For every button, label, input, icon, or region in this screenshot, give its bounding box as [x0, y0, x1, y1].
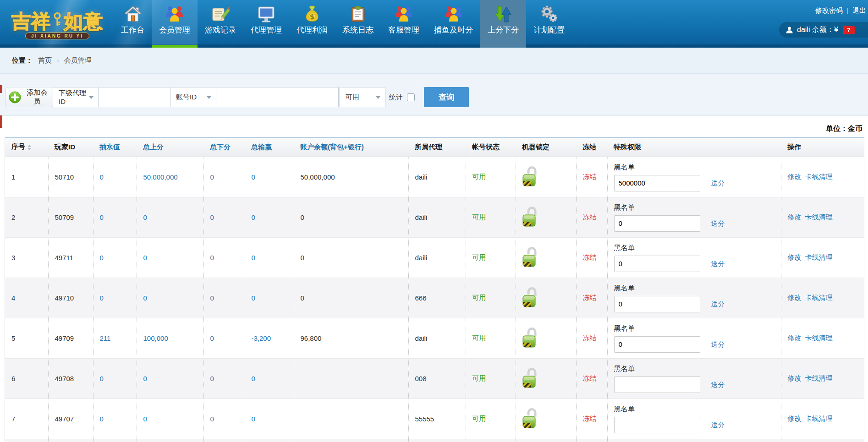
nav-item-member-management[interactable]: 会员管理	[152, 0, 198, 48]
edit-link[interactable]: 修改	[788, 374, 802, 382]
col-header-total-down: 总下分	[203, 138, 245, 157]
cell-player-id: 49710	[48, 278, 93, 318]
edit-link[interactable]: 修改	[788, 415, 802, 422]
edit-link[interactable]: 修改	[788, 253, 802, 261]
send-score-link[interactable]: 送分	[711, 421, 725, 430]
nav-item-plan-config[interactable]: 计划配置	[526, 0, 572, 48]
send-score-link[interactable]: 送分	[711, 381, 725, 389]
cell-total-winloss: 0	[245, 278, 294, 318]
unlock-icon[interactable]	[522, 166, 539, 187]
unlock-icon[interactable]	[522, 246, 539, 267]
freeze-link[interactable]: 冻结	[583, 253, 597, 261]
clear-line-link[interactable]: 卡线清理	[805, 294, 833, 301]
cell-agent: daili	[408, 157, 466, 197]
nav-item-score-updown[interactable]: 上分下分	[480, 0, 526, 48]
score-input[interactable]	[614, 175, 700, 191]
clear-line-link[interactable]: 卡线清理	[805, 374, 833, 382]
unlock-icon[interactable]	[522, 327, 539, 348]
edit-link[interactable]: 修改	[788, 173, 802, 180]
col-header-ops: 操作	[781, 138, 864, 157]
send-score-link[interactable]: 送分	[711, 260, 725, 268]
freeze-link[interactable]: 冻结	[583, 334, 597, 342]
clear-line-link[interactable]: 卡线清理	[805, 334, 833, 342]
blacklist-link[interactable]: 黑名单	[614, 203, 635, 212]
money-bag-icon	[303, 4, 321, 24]
nav-item-fishing-score[interactable]: 捕鱼及时分	[427, 0, 480, 48]
edit-link[interactable]: 修改	[788, 294, 802, 301]
nav-item-service-management[interactable]: 客服管理	[381, 0, 427, 48]
unlock-icon[interactable]	[522, 367, 539, 388]
score-input[interactable]	[614, 417, 700, 433]
blacklist-link[interactable]: 黑名单	[614, 163, 635, 172]
edit-link[interactable]: 修改	[788, 213, 802, 221]
nav-item-agent-profit[interactable]: 代理利润	[289, 0, 335, 48]
monitor-icon	[257, 4, 275, 24]
score-input[interactable]	[614, 296, 700, 312]
score-input[interactable]	[614, 215, 700, 232]
stats-checkbox[interactable]	[407, 93, 415, 101]
score-input[interactable]	[614, 377, 700, 393]
freeze-link[interactable]: 冻结	[583, 213, 597, 221]
account-id-dropdown[interactable]: 账号ID	[170, 87, 216, 107]
freeze-link[interactable]: 冻结	[583, 415, 597, 422]
clear-line-link[interactable]: 卡线清理	[805, 415, 833, 422]
cell-total-winloss: 0	[245, 197, 294, 238]
send-score-link[interactable]: 送分	[711, 340, 725, 349]
status-ok-text: 可用	[472, 173, 486, 180]
freeze-link[interactable]: 冻结	[583, 173, 597, 180]
agent-id-input[interactable]	[98, 87, 170, 107]
col-header-total-winloss: 总输赢	[245, 138, 294, 157]
score-input[interactable]	[614, 336, 700, 353]
cell-player-id: 49709	[48, 318, 93, 359]
send-score-link[interactable]: 送分	[711, 300, 725, 309]
send-score-link[interactable]: 送分	[711, 179, 725, 188]
balance-badge[interactable]: ?	[843, 26, 855, 34]
table-header: 序号玩家ID抽水值总上分总下分总输赢账户余额(背包+银行)所属代理帐号状态机器锁…	[5, 138, 864, 157]
score-input[interactable]	[614, 256, 700, 272]
clear-line-link[interactable]: 卡线清理	[805, 253, 833, 261]
blacklist-link[interactable]: 黑名单	[614, 365, 635, 373]
search-button[interactable]: 查询	[424, 87, 469, 107]
freeze-link[interactable]: 冻结	[583, 294, 597, 301]
account-id-input[interactable]	[216, 87, 339, 107]
unlock-icon[interactable]	[522, 287, 539, 308]
clear-line-link[interactable]: 卡线清理	[805, 173, 833, 180]
user-balance-pill[interactable]: daili 余额：¥ ?	[779, 22, 868, 38]
cell-no: 2	[5, 197, 48, 238]
blacklist-link[interactable]: 黑名单	[614, 405, 635, 414]
chevron-down-icon	[89, 96, 93, 101]
cell-machine-lock	[516, 359, 576, 399]
cell-empty	[576, 439, 607, 442]
nav-item-agent-management[interactable]: 代理管理	[243, 0, 289, 48]
nav-item-game-records[interactable]: 游戏记录	[198, 0, 243, 48]
edit-link[interactable]: 修改	[788, 334, 802, 342]
col-header-no[interactable]: 序号	[5, 138, 48, 157]
blacklist-link[interactable]: 黑名单	[614, 324, 635, 333]
clear-line-link[interactable]: 卡线清理	[805, 213, 833, 221]
freeze-link[interactable]: 冻结	[583, 374, 597, 382]
cell-freeze: 冻结	[576, 399, 607, 439]
agent-id-dropdown[interactable]: 下级代理ID	[53, 87, 99, 107]
nav-item-workbench[interactable]: 工作台	[114, 0, 152, 48]
logo-text-right: 如意	[64, 9, 103, 34]
send-score-link[interactable]: 送分	[711, 219, 725, 228]
sort-icon[interactable]	[27, 143, 31, 152]
blacklist-link[interactable]: 黑名单	[614, 244, 635, 252]
clipboard-icon	[349, 4, 367, 24]
unlock-icon[interactable]	[522, 206, 539, 227]
gears-icon	[540, 4, 558, 24]
left-edge-marker	[0, 85, 2, 93]
add-member-button[interactable]: 添加会员	[5, 87, 53, 107]
cell-machine-lock	[516, 399, 576, 439]
breadcrumb-home-link[interactable]: 首页	[38, 56, 52, 65]
cell-total-up: 0	[137, 238, 203, 278]
change-password-link[interactable]: 修改密码	[815, 6, 843, 15]
cell-special-perms: 黑名单送分	[607, 157, 781, 197]
status-dropdown[interactable]: 可用	[340, 87, 385, 107]
cell-balance: 0	[294, 197, 408, 238]
cell-status: 可用	[466, 399, 516, 439]
logout-link[interactable]: 退出	[852, 6, 866, 15]
unlock-icon[interactable]	[522, 408, 539, 429]
blacklist-link[interactable]: 黑名单	[614, 284, 635, 293]
nav-item-system-logs[interactable]: 系统日志	[335, 0, 381, 48]
